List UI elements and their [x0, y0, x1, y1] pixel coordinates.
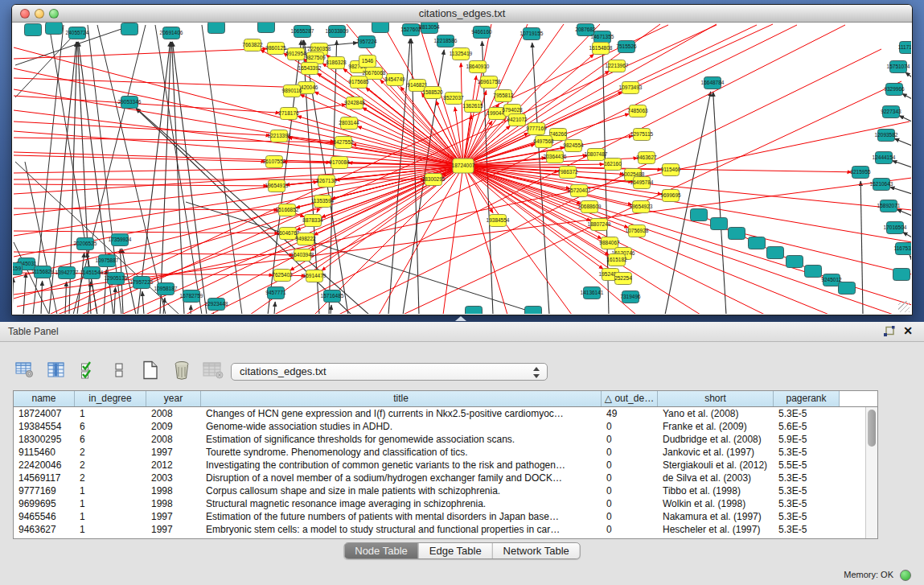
- graph-node[interactable]: 1527602: [400, 24, 421, 36]
- table-row[interactable]: 2242004622012Investigating the contribut…: [14, 459, 877, 472]
- graph-node[interactable]: 2718176: [278, 108, 299, 120]
- column-header-out_de[interactable]: △ out_de…: [602, 391, 658, 406]
- table-row[interactable]: 946362711997Embryonic stem cells: a mode…: [14, 523, 877, 536]
- graph-node[interactable]: 17016504: [884, 222, 907, 234]
- graph-node[interactable]: [749, 237, 766, 249]
- graph-node[interactable]: 9115460: [661, 164, 681, 176]
- graph-node[interactable]: 15751074: [887, 61, 910, 73]
- table-row[interactable]: 1938455462009Genome-wide association stu…: [14, 420, 877, 433]
- graph-node[interactable]: 9890116: [282, 85, 302, 97]
- graph-node[interactable]: 24055724: [66, 27, 89, 39]
- graph-node[interactable]: 12213967: [606, 60, 629, 72]
- table-row[interactable]: 1830029562008Estimation of significance …: [14, 433, 877, 446]
- graph-node[interactable]: 7986372: [557, 167, 578, 179]
- column-header-name[interactable]: name: [14, 391, 75, 406]
- row-height-button[interactable]: [109, 360, 129, 381]
- graph-node[interactable]: 7957224: [356, 36, 377, 48]
- panel-divider-handle[interactable]: [455, 316, 466, 321]
- graph-node[interactable]: 18300295: [422, 174, 446, 186]
- graph-node[interactable]: 12213398: [268, 130, 291, 142]
- edit-column-button[interactable]: [46, 360, 67, 381]
- graph-node[interactable]: 10756928: [626, 225, 649, 237]
- select-attributes-button[interactable]: [77, 360, 98, 381]
- graph-node[interactable]: 9498222: [295, 233, 316, 245]
- graph-node[interactable]: 9175685: [348, 76, 369, 89]
- graph-node[interactable]: 9824554: [563, 140, 584, 152]
- tab-edge-table[interactable]: Edge Table: [418, 543, 492, 558]
- graph-node[interactable]: 10719155: [520, 28, 544, 40]
- network-canvas[interactable]: 2405572420691406106552871603380979572241…: [13, 23, 911, 314]
- graph-node[interactable]: 19384554: [487, 215, 510, 227]
- graph-node[interactable]: [25, 24, 42, 36]
- graph-node[interactable]: 10958187: [154, 283, 178, 295]
- graph-node[interactable]: 16210643: [870, 179, 893, 191]
- graph-node[interactable]: 1588520: [422, 87, 443, 99]
- graph-node[interactable]: 8522037: [443, 93, 464, 105]
- graph-node[interactable]: 18807249: [588, 219, 611, 231]
- graph-node[interactable]: 16154808: [589, 43, 613, 55]
- graph-node[interactable]: 19654923: [630, 201, 653, 213]
- graph-node[interactable]: 12093582: [875, 130, 898, 142]
- graph-node[interactable]: 20691406: [160, 27, 183, 39]
- graph-node[interactable]: 20206525: [74, 238, 97, 250]
- graph-node[interactable]: [767, 247, 784, 259]
- graph-node[interactable]: 12218586: [434, 35, 458, 47]
- table-row[interactable]: 946554611997Estimation of the future num…: [14, 510, 877, 523]
- graph-node[interactable]: 8427552: [333, 137, 354, 149]
- graph-node[interactable]: 1546: [359, 56, 376, 68]
- graph-node[interactable]: 7955812: [493, 90, 514, 102]
- graph-node[interactable]: 10975887: [96, 255, 119, 267]
- graph-node[interactable]: [805, 266, 822, 278]
- graph-node[interactable]: 13942737: [55, 267, 79, 279]
- tab-network-table[interactable]: Network Table: [492, 543, 580, 558]
- column-header-in_degree[interactable]: in_degree: [75, 391, 146, 406]
- graph-node[interactable]: [729, 228, 745, 240]
- graph-node[interactable]: 9463627: [636, 152, 657, 164]
- graph-node[interactable]: 8813054: [419, 23, 440, 34]
- graph-node[interactable]: 8454749: [384, 74, 405, 86]
- graph-node[interactable]: 10655287: [291, 26, 314, 38]
- float-panel-icon[interactable]: [883, 326, 895, 340]
- graph-node[interactable]: 252254: [614, 273, 632, 285]
- graph-node[interactable]: [893, 269, 910, 281]
- graph-node[interactable]: 9227343: [881, 106, 901, 118]
- window-resize-grip[interactable]: [898, 301, 910, 312]
- graph-node[interactable]: 11353594: [311, 196, 335, 208]
- graph-node[interactable]: 18724007: [452, 159, 475, 173]
- graph-node[interactable]: 9699695: [660, 190, 681, 202]
- graph-node[interactable]: 16543392: [298, 63, 322, 75]
- graph-node[interactable]: 39159: [13, 263, 23, 275]
- graph-node[interactable]: 7663822: [242, 39, 263, 51]
- graph-node[interactable]: 7625402: [272, 270, 293, 282]
- graph-node[interactable]: 9329966: [884, 84, 905, 96]
- graph-node[interactable]: 9457771: [265, 287, 286, 299]
- graph-node[interactable]: 6497568: [533, 136, 554, 148]
- graph-node[interactable]: 15892071: [877, 200, 901, 212]
- graph-node[interactable]: 10973493: [619, 82, 643, 94]
- graph-node[interactable]: 12923448: [205, 299, 228, 311]
- graph-node[interactable]: 12905135: [105, 273, 128, 285]
- graph-node[interactable]: 9421072: [507, 114, 528, 126]
- graph-node[interactable]: 9860125: [265, 43, 286, 55]
- graph-node[interactable]: 29053346: [118, 97, 142, 109]
- graph-node[interactable]: 11451544: [80, 267, 104, 279]
- graph-node[interactable]: 11156829: [31, 266, 54, 278]
- table-row[interactable]: 977716911998Corpus callosum shape and si…: [14, 484, 877, 497]
- graph-node[interactable]: 1117104: [898, 42, 911, 54]
- graph-node[interactable]: [711, 218, 728, 230]
- graph-node[interactable]: 18640910: [466, 61, 490, 73]
- graph-node[interactable]: 8215955: [850, 167, 871, 179]
- window-titlebar[interactable]: citations_edges.txt: [12, 5, 912, 23]
- new-table-button[interactable]: [140, 360, 161, 381]
- graph-node[interactable]: 8878334: [302, 215, 323, 227]
- graph-node[interactable]: 16782759: [180, 290, 203, 303]
- table-row[interactable]: 1456911722003Disruption of a novel membe…: [14, 472, 877, 484]
- table-row[interactable]: 911546021997Tourette syndrome. Phenomeno…: [14, 446, 877, 459]
- graph-node[interactable]: 14671355: [591, 31, 614, 43]
- graph-node[interactable]: 16961758: [478, 76, 501, 89]
- graph-node[interactable]: 10688609: [578, 201, 602, 213]
- graph-node[interactable]: 15716485: [321, 290, 344, 303]
- graph-node[interactable]: 17957225: [130, 277, 154, 289]
- graph-node[interactable]: 16403948: [291, 249, 314, 262]
- column-header-year[interactable]: year: [146, 391, 201, 406]
